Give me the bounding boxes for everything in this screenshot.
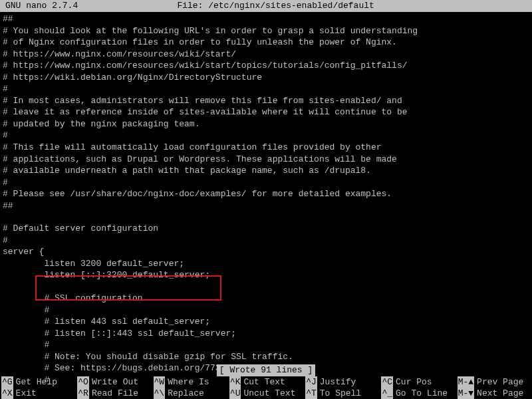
editor-line: # listen 443 ssl default_server; (3, 316, 529, 328)
shortcut-label: Prev Page (477, 376, 523, 388)
shortcut-8[interactable]: ^\Replace (152, 388, 228, 399)
editor-line: # (3, 339, 529, 351)
shortcut-key-icon: ^O (77, 376, 89, 388)
shortcut-2[interactable]: ^WWhere Is (152, 376, 228, 388)
editor-line: # listen [::]:443 ssl default_server; (3, 328, 529, 340)
shortcut-key-icon: ^K (229, 376, 241, 388)
editor-line: # available underneath a path with that … (3, 165, 529, 177)
editor-line: ## (3, 200, 529, 212)
editor-line: # leave it as reference inside of sites-… (3, 106, 529, 118)
shortcut-key-icon: ^G (1, 376, 13, 388)
editor-line: # Please see /usr/share/doc/nginx-doc/ex… (3, 188, 529, 200)
editor-line: # applications, such as Drupal or Wordpr… (3, 154, 529, 166)
editor-line: # updated by the nginx packaging team. (3, 118, 529, 130)
shortcut-0[interactable]: ^GGet Help (0, 376, 76, 388)
shortcut-extra-0[interactable]: M-▲Prev Page (456, 376, 532, 388)
shortcut-label: Get Help (16, 376, 57, 388)
status-message: [ Wrote 91 lines ] (217, 364, 315, 376)
shortcut-label: Replace (168, 388, 204, 399)
editor-line: # (3, 177, 529, 189)
shortcut-label: Read File (92, 388, 138, 399)
editor-line: # (3, 235, 529, 247)
editor-line: # SSL configuration (3, 293, 529, 305)
shortcut-key-icon: ^W (154, 376, 166, 388)
shortcut-3[interactable]: ^KCut Text (228, 376, 304, 388)
editor-line: # This file will automatically load conf… (3, 142, 529, 154)
status-bar-wrap: [ Wrote 91 lines ] (0, 364, 532, 376)
shortcut-extra-1[interactable]: M-▼Next Page (456, 388, 532, 399)
editor-line: listen 3200 default_server; (3, 258, 529, 270)
shortcut-key-icon: ^\ (154, 388, 166, 399)
editor-line: # (3, 305, 529, 317)
editor-line: # Default server configuration (3, 223, 529, 235)
shortcut-label: Uncut Text (243, 388, 295, 399)
editor-line (3, 281, 529, 293)
app-name: GNU nano 2.7.4 (5, 0, 78, 12)
shortcut-label: Justify (320, 376, 356, 388)
shortcut-5[interactable]: ^CCur Pos (380, 376, 456, 388)
shortcut-4[interactable]: ^JJustify (304, 376, 380, 388)
editor-line: ## (3, 13, 529, 25)
editor-line: # (3, 130, 529, 142)
shortcut-label: Go To Line (396, 388, 448, 399)
editor-line: # https://www.nginx.com/resources/wiki/s… (3, 60, 529, 72)
shortcut-key-icon: ^_ (381, 388, 393, 399)
shortcut-bar: ^GGet Help^OWrite Out^WWhere Is^KCut Tex… (0, 376, 532, 399)
header-bar: GNU nano 2.7.4 File: /etc/nginx/sites-en… (0, 0, 532, 12)
shortcut-6[interactable]: ^XExit (0, 388, 76, 399)
editor-line: listen [::]:3200_default_server; (3, 269, 529, 281)
editor-content[interactable]: ### You should look at the following URL… (0, 12, 532, 386)
shortcut-label: Write Out (92, 376, 138, 388)
shortcut-7[interactable]: ^RRead File (76, 388, 152, 399)
shortcut-label: Cur Pos (396, 376, 432, 388)
editor-line: # You should look at the following URL's… (3, 25, 529, 37)
shortcut-key-icon: ^T (305, 388, 317, 399)
editor-line: # In most cases, administrators will rem… (3, 95, 529, 107)
shortcut-label: Where Is (168, 376, 209, 388)
shortcut-label: To Spell (320, 388, 361, 399)
shortcut-key-icon: ^U (229, 388, 241, 399)
file-path: File: /etc/nginx/sites-enabled/default (78, 0, 473, 12)
editor-line: server { (3, 246, 529, 258)
shortcut-key-icon: ^R (77, 388, 89, 399)
editor-line: # Note: You should disable gzip for SSL … (3, 351, 529, 363)
shortcut-key-icon: ^J (305, 376, 317, 388)
shortcut-key-icon: M-▼ (458, 388, 474, 399)
shortcut-9[interactable]: ^UUncut Text (228, 388, 304, 399)
editor-line: # (3, 83, 529, 95)
editor-line: # https://www.nginx.com/resources/wiki/s… (3, 49, 529, 61)
shortcut-10[interactable]: ^TTo Spell (304, 388, 380, 399)
shortcut-label: Exit (16, 388, 37, 399)
editor-line: # of Nginx configuration files in order … (3, 37, 529, 49)
shortcut-key-icon: M-▲ (458, 376, 474, 388)
shortcut-key-icon: ^X (1, 388, 13, 399)
shortcut-1[interactable]: ^OWrite Out (76, 376, 152, 388)
shortcut-label: Cut Text (243, 376, 285, 388)
shortcut-key-icon: ^C (381, 376, 393, 388)
shortcut-11[interactable]: ^_Go To Line (380, 388, 456, 399)
shortcut-label: Next Page (477, 388, 523, 399)
editor-line: # https://wiki.debian.org/Nginx/Director… (3, 72, 529, 84)
editor-line (3, 211, 529, 223)
